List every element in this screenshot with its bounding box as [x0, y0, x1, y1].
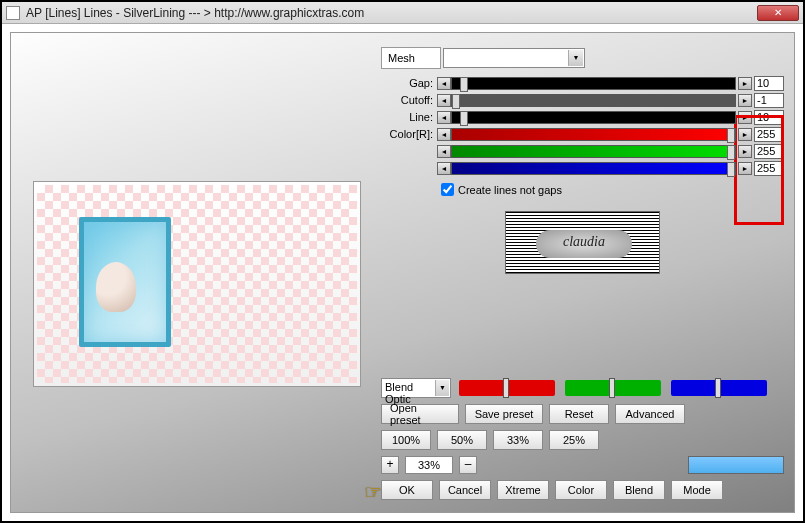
row-gap: Gap: ◄ ► 10	[381, 75, 784, 91]
pct-50-button[interactable]: 50%	[437, 430, 487, 450]
slider-gap[interactable]	[451, 77, 736, 90]
row-color-b: ◄ ► 255	[381, 160, 784, 176]
blend-slider-r[interactable]	[457, 378, 557, 398]
arrow-right-icon[interactable]: ►	[738, 94, 752, 107]
zoom-value[interactable]: 33%	[405, 456, 453, 474]
preview-image	[79, 217, 171, 347]
arrow-left-icon[interactable]: ◄	[437, 94, 451, 107]
values-highlight	[734, 115, 784, 225]
zoom-out-button[interactable]: –	[459, 456, 477, 474]
reset-button[interactable]: Reset	[549, 404, 609, 424]
create-lines-row: Create lines not gaps	[437, 180, 784, 199]
color-swatch[interactable]	[688, 456, 784, 474]
app-icon	[6, 6, 20, 20]
value-cutoff[interactable]: -1	[754, 93, 784, 108]
blend-button[interactable]: Blend	[613, 480, 665, 500]
blend-row: Blend Optic ▼	[381, 378, 784, 398]
advanced-button[interactable]: Advanced	[615, 404, 685, 424]
create-lines-checkbox[interactable]	[441, 183, 454, 196]
pct-100-button[interactable]: 100%	[381, 430, 431, 450]
row-cutoff: Cutoff: ◄ ► -1	[381, 92, 784, 108]
arrow-left-icon[interactable]: ◄	[437, 77, 451, 90]
row-color-g: ◄ ► 255	[381, 143, 784, 159]
row-color-r: Color[R]: ◄ ► 255	[381, 126, 784, 142]
mode-button[interactable]: Mode	[671, 480, 723, 500]
mesh-label: Mesh	[381, 47, 441, 69]
pct-33-button[interactable]: 33%	[493, 430, 543, 450]
xtreme-button[interactable]: Xtreme	[497, 480, 549, 500]
preview-canvas[interactable]	[37, 185, 357, 383]
arrow-left-icon[interactable]: ◄	[437, 145, 451, 158]
mesh-combo[interactable]: ▼	[443, 48, 585, 68]
save-preset-button[interactable]: Save preset	[465, 404, 543, 424]
blend-combo[interactable]: Blend Optic ▼	[381, 378, 451, 398]
chevron-down-icon: ▼	[435, 380, 449, 396]
value-gap[interactable]: 10	[754, 76, 784, 91]
preview-panel	[33, 181, 361, 387]
mesh-label-text: Mesh	[388, 52, 415, 64]
arrow-left-icon[interactable]: ◄	[437, 111, 451, 124]
open-preset-button[interactable]: Open preset	[381, 404, 459, 424]
blend-slider-g[interactable]	[563, 378, 663, 398]
pointing-hand-icon: ☞	[364, 480, 382, 504]
close-button[interactable]: ✕	[757, 5, 799, 21]
slider-line[interactable]	[451, 111, 736, 124]
slider-g[interactable]	[451, 145, 736, 158]
label-color-r: Color[R]:	[381, 128, 437, 140]
label-gap: Gap:	[381, 77, 437, 89]
blend-slider-b[interactable]	[669, 378, 769, 398]
arrow-left-icon[interactable]: ◄	[437, 128, 451, 141]
controls-column: Mesh ▼ Gap: ◄ ► 10 Cutoff: ◄	[381, 47, 784, 274]
zoom-row: + 33% –	[381, 456, 784, 474]
label-cutoff: Cutoff:	[381, 94, 437, 106]
window-title: AP [Lines] Lines - SilverLining --- > ht…	[26, 6, 757, 20]
ok-button[interactable]: OK	[381, 480, 433, 500]
preset-row: Open preset Save preset Reset Advanced	[381, 404, 784, 424]
slider-cutoff[interactable]	[451, 94, 736, 107]
mesh-row: Mesh ▼	[381, 47, 784, 69]
row-line: Line: ◄ ► 10	[381, 109, 784, 125]
create-lines-label: Create lines not gaps	[458, 184, 562, 196]
slider-b[interactable]	[451, 162, 736, 175]
percent-row: 100% 50% 33% 25%	[381, 430, 784, 450]
slider-r[interactable]	[451, 128, 736, 141]
brand-logo: claudia	[505, 211, 660, 274]
label-line: Line:	[381, 111, 437, 123]
dialog-body: Mesh ▼ Gap: ◄ ► 10 Cutoff: ◄	[10, 32, 795, 513]
blend-combo-text: Blend Optic	[385, 381, 413, 405]
slider-group: Gap: ◄ ► 10 Cutoff: ◄ ► -1 Line: ◄	[381, 75, 784, 274]
action-row: OK Cancel Xtreme Color Blend Mode	[381, 480, 784, 500]
brand-name: claudia	[536, 230, 632, 258]
dialog-window: AP [Lines] Lines - SilverLining --- > ht…	[0, 0, 805, 523]
chevron-down-icon: ▼	[568, 50, 583, 66]
cancel-button[interactable]: Cancel	[439, 480, 491, 500]
color-button[interactable]: Color	[555, 480, 607, 500]
zoom-in-button[interactable]: +	[381, 456, 399, 474]
arrow-left-icon[interactable]: ◄	[437, 162, 451, 175]
bottom-controls: Blend Optic ▼ Open preset Save preset Re…	[381, 378, 784, 506]
arrow-right-icon[interactable]: ►	[738, 77, 752, 90]
title-bar[interactable]: AP [Lines] Lines - SilverLining --- > ht…	[2, 2, 803, 24]
pct-25-button[interactable]: 25%	[549, 430, 599, 450]
